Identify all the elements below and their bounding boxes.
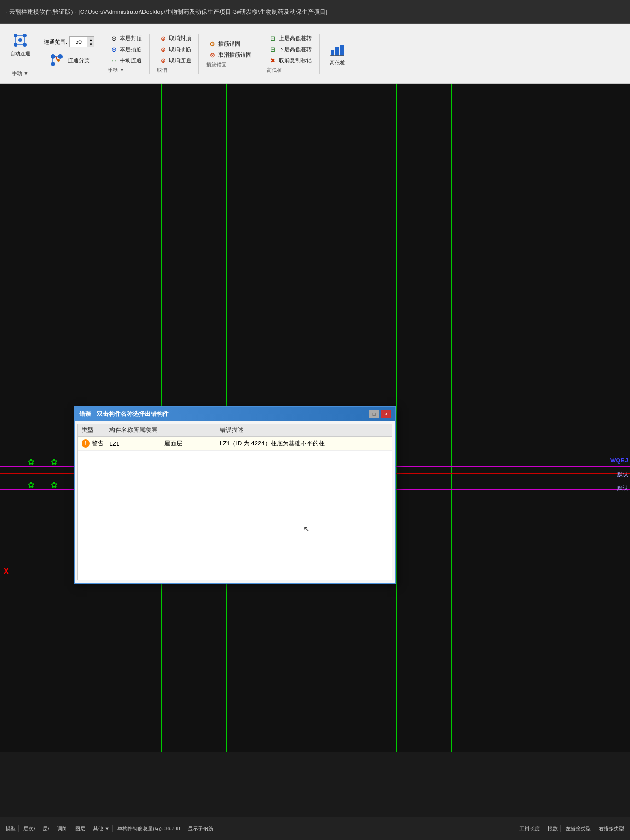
lower-layer-icon: ⊟: [268, 46, 277, 54]
cancel-connect-label: 取消连通: [169, 57, 191, 64]
insert-anchor-label: 插筋锚固: [218, 40, 240, 48]
status-floor: 层/: [40, 825, 52, 832]
lower-layer-btn[interactable]: ⊟ 下层高低桩转: [267, 45, 314, 55]
cancel-right-group: ⊗ 取消封顶 ⊗ 取消插筋 ⊗ 取消连通 取消: [157, 34, 199, 74]
dialog-content: 类型 构件名称所属楼层 错误描述 ! 警告 LZ1 屋面层 LZ1（ID 为 4…: [77, 424, 392, 580]
svg-rect-15: [331, 50, 334, 56]
status-count: 根数: [545, 825, 561, 832]
high-low-group: ⊡ 上层高低桩转 ⊟ 下层高低桩转 ✖ 取消复制标记 高低桩: [267, 34, 320, 74]
cancel-insert-icon: ⊗: [159, 46, 167, 54]
cancel-left-group: ⊛ 本层封顶 ⊕ 本层插筋 ↔ 手动连通 手动 ▼: [108, 34, 150, 74]
manual-label: 手动 ▼: [12, 70, 29, 77]
range-down-btn[interactable]: ▼: [88, 42, 94, 47]
range-up-btn[interactable]: ▲: [88, 37, 94, 42]
ribbon-toolbar: 自动连通 手动 ▼ 连通范围: ▲ ▼: [0, 24, 630, 84]
insert-bar-btn[interactable]: ⊕ 本层插筋: [108, 45, 144, 55]
upper-layer-label: 上层高低桩转: [279, 35, 312, 42]
col-name: 构件名称所属楼层: [109, 426, 164, 434]
cad-viewport[interactable]: ✿ ✿ ✿ ✿ WQBJ 默认 默认 X 错误 - 双击构件名称选择出错构件 □…: [0, 84, 630, 752]
cancel-top-icon: ⊗: [159, 35, 167, 43]
insert-anchor-icon: ⚙: [208, 40, 216, 48]
cancel-connect-btn[interactable]: ⊗ 取消连通: [157, 56, 193, 66]
svg-point-12: [57, 59, 60, 62]
chart-button[interactable]: 高低桩: [327, 39, 351, 68]
manual-connect-btn[interactable]: ↔ 手动连通: [108, 56, 144, 66]
row-type-cell: ! 警告: [82, 439, 109, 448]
col-name2: [164, 426, 220, 434]
status-adjust: 调阶: [54, 825, 70, 832]
svg-rect-16: [335, 47, 339, 56]
status-other[interactable]: 其他 ▼: [90, 825, 113, 832]
svg-rect-17: [340, 45, 344, 56]
lower-layer-label: 下层高低桩转: [279, 46, 312, 53]
upper-layer-icon: ⊡: [268, 35, 277, 43]
manual-connect-label: 手动连通: [120, 57, 142, 64]
anchor-group: ⚙ 插筋锚固 ⊗ 取消插筋锚固 插筋锚固: [206, 39, 259, 68]
dialog-close-btn[interactable]: ×: [381, 410, 391, 418]
auto-connect-button[interactable]: 自动连通: [8, 30, 32, 59]
status-diagram: 图层: [72, 825, 88, 832]
dialog-title: 错误 - 双击构件名称选择出错构件: [79, 410, 169, 418]
cancel-group-label: 取消: [157, 67, 193, 74]
connect-classify-icon: [48, 52, 65, 69]
insert-bar-label: 本层插筋: [120, 46, 142, 53]
dialog-empty-area: ↖: [78, 451, 392, 580]
cad-sprite-3: ✿: [28, 480, 35, 490]
range-input[interactable]: [70, 37, 87, 47]
classify-label: 连通分类: [68, 57, 90, 64]
chart-label: 高低桩: [330, 59, 345, 66]
cancel-insert-btn[interactable]: ⊗ 取消插筋: [157, 45, 193, 55]
cancel-top-label: 取消封顶: [169, 35, 191, 42]
status-right-type: 右搭接类型: [596, 825, 627, 832]
manual-group-label: 手动 ▼: [108, 67, 144, 74]
manual-connect-icon: ↔: [110, 57, 118, 65]
cancel-copy-btn[interactable]: ✖ 取消复制标记: [267, 56, 314, 66]
dialog-minimize-btn[interactable]: □: [369, 410, 379, 418]
dialog-buttons: □ ×: [369, 410, 391, 418]
cad-sprite-1: ✿: [28, 457, 35, 467]
row-name: LZ1: [109, 440, 164, 447]
col-type: 类型: [82, 426, 109, 434]
cad-sprite-2: ✿: [51, 457, 58, 467]
seal-top-btn[interactable]: ⊛ 本层封顶: [108, 34, 144, 44]
anchor-group-label: 插筋锚固: [206, 61, 253, 68]
connect-classify-button[interactable]: 连通分类: [44, 50, 94, 70]
default-label-1: 默认: [617, 471, 628, 478]
status-length: 工料长度: [517, 825, 543, 832]
cancel-connect-icon: ⊗: [159, 57, 167, 65]
cancel-anchor-label: 取消插筋锚固: [218, 51, 251, 59]
range-label: 连通范围:: [44, 38, 67, 46]
error-dialog: 错误 - 双击构件名称选择出错构件 □ × 类型 构件名称所属楼层 错误描述 !…: [74, 406, 396, 584]
row-type-text: 警告: [92, 439, 104, 448]
status-model[interactable]: 模型: [3, 825, 19, 832]
warning-icon: !: [82, 439, 90, 448]
insert-anchor-btn[interactable]: ⚙ 插筋锚固: [206, 39, 253, 49]
cancel-copy-icon: ✖: [268, 57, 277, 65]
high-low-group-label: 高低桩: [267, 67, 314, 74]
cancel-insert-label: 取消插筋: [169, 46, 191, 53]
cad-sprite-4: ✿: [51, 480, 58, 490]
svg-point-3: [18, 38, 22, 42]
connect-range-row: 连通范围: ▲ ▼: [44, 36, 94, 47]
dialog-table-header: 类型 构件名称所属楼层 错误描述: [78, 424, 392, 437]
status-layer: 层次/: [21, 825, 38, 832]
auto-connect-group: 自动连通 手动 ▼: [5, 28, 36, 79]
status-show-child[interactable]: 显示子钢筋: [185, 825, 216, 832]
auto-connect-label: 自动连通: [10, 50, 30, 57]
row-error: LZ1（ID 为 4224）柱底为基础不平的柱: [220, 439, 388, 448]
title-bar: - 云翻样建模软件(验证版) - [C:\Users\Administrator…: [0, 0, 630, 24]
status-bar: 模型 层次/ 层/ 调阶 图层 其他 ▼ 单构件钢筋总量(kg): 36.708…: [0, 817, 630, 840]
status-total-weight: 单构件钢筋总量(kg): 36.708: [115, 825, 183, 832]
dialog-table-row[interactable]: ! 警告 LZ1 屋面层 LZ1（ID 为 4224）柱底为基础不平的柱: [78, 437, 392, 451]
col-error: 错误描述: [220, 426, 388, 434]
cancel-copy-label: 取消复制标记: [279, 57, 312, 64]
insert-bar-icon: ⊕: [110, 46, 118, 54]
row-floor: 屋面层: [164, 439, 220, 448]
chart-icon: [329, 41, 345, 58]
auto-connect-icon: [12, 32, 29, 48]
cancel-top-btn[interactable]: ⊗ 取消封顶: [157, 34, 193, 44]
cancel-anchor-btn[interactable]: ⊗ 取消插筋锚固: [206, 50, 253, 60]
connect-range-group: 连通范围: ▲ ▼ 连通分类: [44, 28, 100, 79]
upper-layer-btn[interactable]: ⊡ 上层高低桩转: [267, 34, 314, 44]
green-line-3: [396, 84, 397, 752]
